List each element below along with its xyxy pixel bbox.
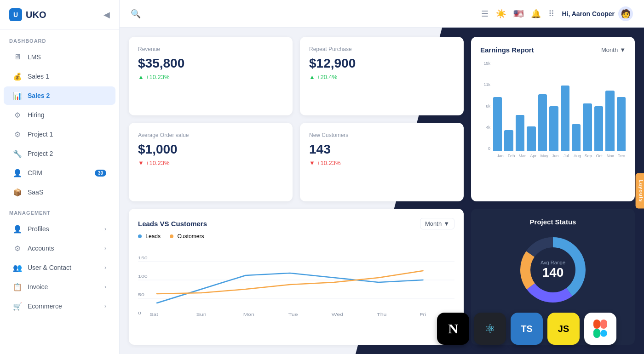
- svg-text:Thu: Thu: [377, 312, 386, 317]
- new-customers-label: New Customers: [309, 132, 454, 138]
- y-axis: 15k11k8k4k0: [480, 61, 493, 151]
- figma-icon: [584, 313, 616, 345]
- saas-icon: 📦: [13, 188, 22, 197]
- sidebar-item-ecommerce[interactable]: 🛒 Ecommerce ›: [4, 297, 115, 315]
- topbar-right: ☰ ☀️ 🇺🇸 🔔 ⠿ Hi, Aaron Cooper 🧑: [481, 6, 633, 21]
- bar-col-aug: [572, 61, 581, 151]
- avg-order-label: Average Order value: [138, 132, 283, 138]
- sidebar-item-project1[interactable]: ⚙ Project 1: [4, 125, 115, 143]
- content-area: Revenue $35,800 ▲ +10.23% Repeat Purchas…: [120, 28, 644, 354]
- sidebar-item-saas[interactable]: 📦 SaaS: [4, 183, 115, 201]
- bar-col-may: [538, 61, 547, 151]
- invoice-icon: 📋: [13, 282, 22, 291]
- chevron-right-icon: ›: [104, 226, 106, 232]
- sidebar-item-label: Ecommerce: [28, 303, 62, 310]
- donut-avg-label: Avg Range: [540, 260, 565, 265]
- logo-area: U UKO ◀: [0, 0, 119, 30]
- svg-text:Fri: Fri: [420, 312, 426, 317]
- sidebar-item-label: CRM: [28, 169, 42, 177]
- repeat-purchase-change: ▲ +20.4%: [309, 74, 454, 80]
- crm-icon: 👤: [13, 168, 22, 177]
- sidebar-item-label: Invoice: [28, 283, 48, 291]
- sidebar-item-hiring[interactable]: ⚙ Hiring: [4, 106, 115, 124]
- leads-filter-button[interactable]: Month ▼: [420, 218, 454, 229]
- sidebar: U UKO ◀ DASHBOARD 🖥 LMS 💰 Sales 1 📊 Sale…: [0, 0, 120, 354]
- new-customers-change: ▼ +10.23%: [309, 160, 454, 166]
- sidebar-collapse-button[interactable]: ◀: [104, 10, 110, 20]
- bar-col-apr: [527, 61, 535, 151]
- revenue-value: $35,800: [138, 56, 283, 71]
- donut-chart: Avg Range 140: [516, 233, 590, 307]
- user-info[interactable]: Hi, Aaron Cooper 🧑: [562, 6, 633, 21]
- revenue-label: Revenue: [138, 46, 283, 52]
- svg-text:Tue: Tue: [288, 312, 298, 317]
- sidebar-item-label: SaaS: [28, 188, 43, 196]
- project2-icon: 🔧: [13, 149, 22, 158]
- notification-icon[interactable]: 🔔: [531, 9, 541, 19]
- bar-col-sep: [583, 61, 592, 151]
- sidebar-item-lms[interactable]: 🖥 LMS: [4, 48, 115, 66]
- hiring-icon: ⚙: [13, 110, 22, 120]
- donut-avg-value: 140: [540, 265, 565, 280]
- sidebar-item-label: Sales 2: [28, 92, 50, 99]
- sidebar-item-crm[interactable]: 👤 CRM 30: [4, 164, 115, 182]
- layouts-tab[interactable]: Layouts: [635, 173, 644, 208]
- chevron-right-icon: ›: [104, 264, 106, 271]
- chevron-right-icon: ›: [104, 284, 106, 290]
- sidebar-item-sales1[interactable]: 💰 Sales 1: [4, 67, 115, 86]
- chevron-right-icon: ›: [104, 303, 106, 309]
- chart-legend: Leads Customers: [138, 233, 454, 240]
- svg-text:Mon: Mon: [243, 312, 254, 317]
- sales1-icon: 💰: [13, 72, 22, 81]
- arrow-down-icon: ▼: [138, 160, 144, 166]
- bar-col-nov: [605, 61, 614, 151]
- sidebar-item-profiles[interactable]: 👤 Profiles ›: [4, 220, 115, 238]
- repeat-purchase-label: Repeat Purchase: [309, 46, 454, 52]
- logo-text: UKO: [26, 10, 46, 20]
- earnings-filter-button[interactable]: Month ▼: [601, 46, 626, 53]
- ecommerce-icon: 🛒: [13, 302, 22, 311]
- earnings-title: Earnings Report: [480, 46, 534, 54]
- bar-x-labels: Jan Feb Mar Apr May Jun Jul Aug Sep Oct …: [480, 154, 626, 158]
- typescript-icon: TS: [511, 313, 543, 345]
- search-icon: 🔍: [131, 9, 141, 19]
- sidebar-item-project2[interactable]: 🔧 Project 2: [4, 144, 115, 163]
- svg-text:0: 0: [138, 311, 141, 315]
- logo-icon: U: [9, 8, 22, 21]
- tech-icons-container: N ⚛ TS JS: [437, 313, 616, 345]
- bar-col-jul: [561, 61, 569, 151]
- sidebar-item-accounts[interactable]: ⚙ Accounts ›: [4, 239, 115, 257]
- bar-col-mar: [516, 61, 524, 151]
- javascript-icon: JS: [547, 313, 580, 345]
- bar-col-jun: [549, 61, 558, 151]
- svg-text:100: 100: [138, 274, 148, 279]
- bar-col-jan: [493, 61, 502, 151]
- bar-col-oct: [594, 61, 603, 151]
- sidebar-item-label: Sales 1: [28, 73, 49, 80]
- avg-order-value: $1,000: [138, 142, 283, 157]
- svg-rect-23: [593, 329, 600, 338]
- sidebar-item-sales2[interactable]: 📊 Sales 2: [4, 86, 115, 105]
- sidebar-item-invoice[interactable]: 📋 Invoice ›: [4, 278, 115, 296]
- profiles-icon: 👤: [13, 224, 22, 234]
- chevron-right-icon: ›: [104, 245, 106, 251]
- sidebar-item-label: Profiles: [28, 225, 49, 233]
- leads-line-chart: 150 100 50 0 Sat Sun Mon Tue Wed Thu Fri: [138, 243, 454, 317]
- menu-icon[interactable]: ☰: [481, 9, 489, 19]
- revenue-change: ▲ +10.23%: [138, 74, 283, 80]
- svg-text:Wed: Wed: [332, 312, 343, 317]
- sidebar-item-label: Hiring: [28, 111, 45, 119]
- earnings-card: Earnings Report Month ▼ 15k11k8k4k0: [471, 37, 635, 201]
- theme-icon[interactable]: ☀️: [496, 9, 506, 19]
- svg-text:Sat: Sat: [150, 312, 158, 317]
- grid-icon[interactable]: ⠿: [548, 9, 554, 19]
- dashboard-section-label: DASHBOARD: [0, 30, 119, 47]
- main-area: 🔍 ☰ ☀️ 🇺🇸 🔔 ⠿ Hi, Aaron Cooper 🧑 Revenue…: [120, 0, 644, 354]
- sidebar-item-label: Project 2: [28, 150, 53, 157]
- sidebar-item-usercontact[interactable]: 👥 User & Contact ›: [4, 258, 115, 277]
- revenue-card: Revenue $35,800 ▲ +10.23%: [129, 37, 293, 115]
- accounts-icon: ⚙: [13, 244, 22, 253]
- donut-center: Avg Range 140: [540, 260, 565, 280]
- flag-icon[interactable]: 🇺🇸: [513, 9, 523, 19]
- bar-col-dec: [617, 61, 626, 151]
